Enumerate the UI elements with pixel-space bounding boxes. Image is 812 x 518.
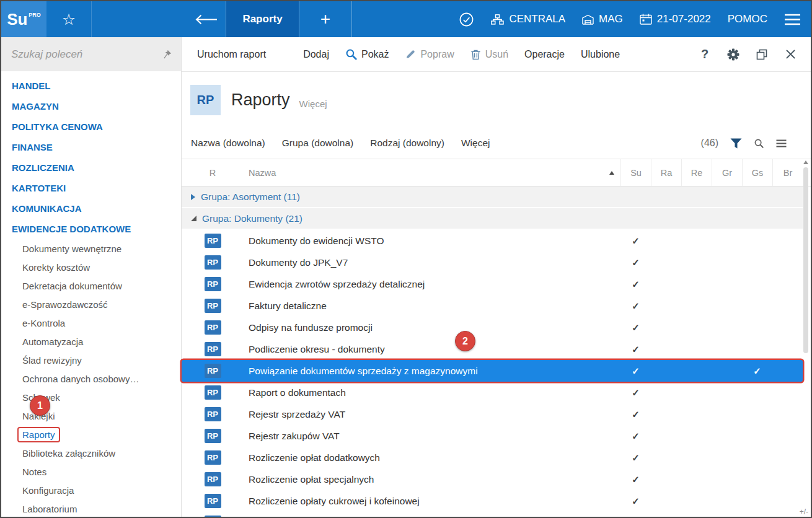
header-more-link[interactable]: Więcej [299, 91, 327, 109]
sidebar-item-konfiguracja[interactable]: Konfiguracja [1, 481, 181, 499]
report-type-icon: RP [205, 472, 221, 486]
sidebar-item-biblioteka-załączników[interactable]: Biblioteka załączników [1, 444, 181, 462]
scroll-up-icon[interactable] [803, 160, 808, 164]
warehouse-selector[interactable]: MAG [582, 13, 623, 25]
main-menu-button[interactable] [784, 14, 801, 25]
sidebar-item-magazyn[interactable]: MAGAZYN [1, 96, 181, 116]
sidebar-item-automatyzacja[interactable]: Automatyzacja [1, 332, 181, 351]
group-row-grupa-asortyment-11[interactable]: Grupa: Asortyment (11) [182, 187, 803, 208]
sidebar-item-label: HANDEL [12, 81, 51, 91]
check-su: ✓ [620, 496, 651, 507]
report-row-dokumenty-do-ewidencji-wsto[interactable]: RPDokumenty do ewidencji WSTO✓ [182, 230, 803, 252]
sidebar-item-ewidencje-dodatkowe[interactable]: EWIDENCJE DODATKOWE [1, 219, 181, 239]
sidebar-item-dokumenty-wewnętrzne[interactable]: Dokumenty wewnętrzne [1, 239, 181, 258]
check-su: ✓ [620, 235, 651, 247]
report-row-rejestr-zakupów-vat[interactable]: RPRejestr zakupów VAT✓ [182, 425, 803, 447]
toolbar-dodaj-button[interactable]: Dodaj [295, 37, 337, 71]
expand-arrow-icon[interactable] [191, 194, 195, 200]
vertical-scrollbar[interactable] [802, 159, 810, 507]
toolbar-pokaż-button[interactable]: Pokaż [337, 37, 397, 71]
sidebar-item-komunikacja[interactable]: KOMUNIKACJA [1, 198, 181, 219]
pin-button[interactable] [160, 48, 174, 61]
close-icon [786, 50, 795, 59]
sidebar-item-ślad-rewizyjny[interactable]: Ślad rewizyjny [1, 351, 181, 369]
collapse-arrow-icon[interactable] [191, 216, 196, 221]
sidebar-item-e-kontrola[interactable]: e-Kontrola [1, 314, 181, 332]
report-row-rozliczenie-opłat-dodatkowych[interactable]: RPRozliczenie opłat dodatkowych✓ [182, 447, 803, 468]
sidebar-item-kartoteki[interactable]: KARTOTEKI [1, 178, 181, 198]
search-icon[interactable] [754, 138, 764, 149]
sidebar-item-finanse[interactable]: FINANSE [1, 137, 181, 157]
column-header-r[interactable]: R [182, 159, 244, 186]
date-selector[interactable]: 21-07-2022 [640, 13, 711, 25]
report-type-icon: RP [205, 277, 221, 291]
column-header-br[interactable]: Br [772, 159, 803, 186]
report-row-powiązanie-dokumentów-sprzedaży-z-magazynowymi[interactable]: RPPowiązanie dokumentów sprzedaży z maga… [182, 360, 803, 382]
filter-więcej[interactable]: Więcej [461, 138, 490, 149]
column-header-gr[interactable]: Gr [712, 159, 742, 186]
toolbar-operacje-button[interactable]: Operacje [516, 37, 573, 71]
settings-icon [727, 48, 739, 61]
logo-pro-badge: PRO [29, 12, 41, 18]
column-header-re[interactable]: Re [681, 159, 712, 186]
status-check-button[interactable] [459, 12, 474, 27]
report-row-rozliczenie-opłaty-cukrowej-i-kofeinowej[interactable]: RPRozliczenie opłaty cukrowej i kofeinow… [182, 490, 803, 512]
filter-grupa-dowolna[interactable]: Grupa (dowolna) [282, 138, 353, 149]
sidebar-item-rozliczenia[interactable]: ROZLICZENIA [1, 157, 181, 178]
filter-rodzaj-dowolny[interactable]: Rodzaj (dowolny) [370, 138, 444, 149]
sidebar-item-laboratorium[interactable]: Laboratorium [1, 499, 181, 517]
toolbar-usuń-button[interactable]: Usuń [462, 37, 516, 71]
group-row-grupa-dokumenty-21[interactable]: Grupa: Dokumenty (21) [182, 208, 803, 230]
sidebar-item-schowek[interactable]: Schowek [1, 388, 181, 406]
filter-nazwa-dowolna[interactable]: Nazwa (dowolna) [191, 138, 265, 149]
sidebar-item-notes[interactable]: Notes [1, 462, 181, 481]
scrollbar-thumb[interactable] [803, 167, 808, 353]
toolbar-ulubione-button[interactable]: Ulubione [573, 37, 628, 71]
favorites-button[interactable]: ☆ [46, 1, 92, 37]
app-logo[interactable]: Su PRO [1, 1, 46, 37]
tab-raporty[interactable]: Raporty [226, 1, 299, 37]
toolbar-popraw-button[interactable]: Popraw [397, 37, 462, 71]
report-row[interactable]: RP [182, 512, 803, 518]
report-row-podliczenie-okresu-dokumenty[interactable]: RPPodliczenie okresu - dokumenty✓ [182, 338, 803, 360]
column-header-su[interactable]: Su [620, 159, 651, 186]
sidebar-item-handel[interactable]: HANDEL [1, 76, 181, 96]
sidebar-item-naklejki[interactable]: Naklejki [1, 406, 181, 425]
report-row-rejestr-sprzedaży-vat[interactable]: RPRejestr sprzedaży VAT✓ [182, 403, 803, 425]
close-button[interactable] [776, 37, 805, 71]
report-row-raport-o-dokumentach[interactable]: RPRaport o dokumentach✓ [182, 382, 803, 403]
back-button[interactable] [187, 1, 226, 37]
column-header-label: Gs [752, 168, 764, 178]
tab-label: Raporty [242, 13, 282, 25]
column-header-ra[interactable]: Ra [651, 159, 681, 186]
column-header-label: Re [691, 168, 703, 178]
sidebar-item-raporty[interactable]: Raporty [1, 425, 181, 444]
report-row-rozliczenie-opłat-specjalnych[interactable]: RPRozliczenie opłat specjalnych✓ [182, 468, 803, 490]
toolbar-uruchom-raport-button[interactable]: Uruchom raport [189, 37, 274, 71]
company-selector[interactable]: CENTRALA [491, 13, 565, 25]
column-header-gs[interactable]: Gs [742, 159, 772, 186]
sidebar-item-polityka-cenowa[interactable]: POLITYKA CENOWA [1, 116, 181, 137]
sidebar-item-ochrona-danych-osobowy[interactable]: Ochrona danych osobowy… [1, 369, 181, 388]
column-header-name[interactable]: Nazwa [244, 159, 620, 186]
filter-funnel-icon[interactable] [730, 138, 742, 149]
list-options-icon[interactable] [776, 139, 787, 147]
toolbar-button-label: Popraw [420, 49, 454, 60]
sidebar-item-e-sprawozdawczość[interactable]: e-Sprawozdawczość [1, 295, 181, 314]
report-row-dokumenty-do-jpk-v7[interactable]: RPDokumenty do JPK_V7✓ [182, 252, 803, 273]
check-su: ✓ [620, 279, 651, 290]
sidebar-item-dekretacja-dokumentów[interactable]: Dekretacja dokumentów [1, 276, 181, 295]
restore-button[interactable] [748, 37, 776, 71]
search-input[interactable] [10, 48, 160, 61]
report-row-ewidencja-zwrotów-sprzedaży-detalicznej[interactable]: RPEwidencja zwrotów sprzedaży detaliczne… [182, 273, 803, 295]
report-row-faktury-detaliczne[interactable]: RPFaktury detaliczne✓ [182, 295, 803, 317]
report-type-icon: RP [205, 342, 221, 356]
column-plus-minus-hint[interactable]: +/- [800, 507, 808, 516]
help-menu[interactable]: POMOC [728, 13, 767, 25]
sidebar-item-korekty-kosztów[interactable]: Korekty kosztów [1, 258, 181, 276]
report-row-odpisy-na-fundusze-promocji[interactable]: RPOdpisy na fundusze promocji✓ [182, 317, 803, 338]
new-tab-button[interactable]: + [299, 1, 352, 37]
sidebar: HANDELMAGAZYNPOLITYKA CENOWAFINANSEROZLI… [1, 37, 182, 517]
help-button[interactable]: ? [691, 37, 719, 71]
settings-button[interactable] [719, 37, 748, 71]
